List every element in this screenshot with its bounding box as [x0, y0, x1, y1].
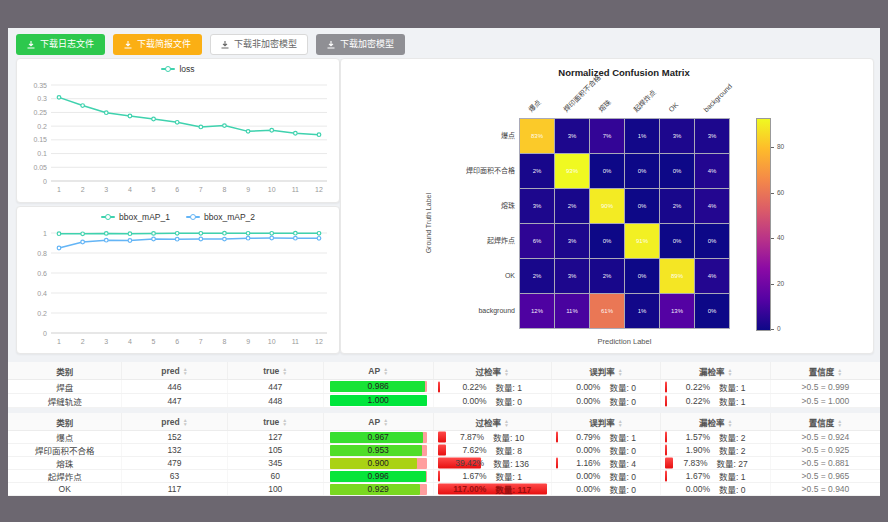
- svg-text:0: 0: [43, 330, 47, 337]
- column-header-sortable[interactable]: 置信度▲▼: [770, 413, 880, 431]
- sort-icon[interactable]: ▲▼: [618, 419, 623, 427]
- colorbar-tick: [771, 284, 774, 285]
- matrix-cell: 0%: [660, 224, 694, 258]
- matrix-cell: 2%: [590, 259, 624, 293]
- legend-item[interactable]: loss: [161, 64, 194, 74]
- matrix-cell: 0%: [695, 224, 729, 258]
- rate-cell: 0.22%数量: 1: [665, 394, 766, 407]
- class-name-cell: 起焊炸点: [8, 470, 122, 483]
- legend-item[interactable]: bbox_mAP_2: [186, 212, 255, 222]
- download-encrypted-model-button[interactable]: 下载加密模型: [316, 34, 405, 55]
- pred-count-cell: 132: [122, 444, 227, 457]
- sort-icon[interactable]: ▲▼: [383, 418, 388, 426]
- true-count-cell: 105: [227, 444, 323, 457]
- column-header-sortable[interactable]: 过检率▲▼: [433, 413, 551, 431]
- rate-count: 数量: 136: [493, 457, 529, 469]
- download-icon: [124, 41, 132, 49]
- column-header-label: 过检率: [475, 418, 501, 428]
- matrix-column-label: OK: [667, 100, 681, 114]
- rate-value: 0.00%: [576, 396, 600, 406]
- sort-icon[interactable]: ▲▼: [383, 367, 388, 375]
- sort-icon[interactable]: ▲▼: [618, 368, 623, 376]
- svg-text:2: 2: [81, 338, 85, 345]
- sort-icon[interactable]: ▲▼: [282, 418, 287, 426]
- rate-count: 数量: 0: [609, 444, 635, 456]
- confidence-value: >0.5 = 1.000: [802, 396, 850, 406]
- rate-value: 7.87%: [460, 432, 484, 442]
- header-row: 类别pred▲▼true▲▼AP▲▼过检率▲▼误判率▲▼漏检率▲▼置信度▲▼: [8, 362, 880, 380]
- summary-metrics-table: 类别pred▲▼true▲▼AP▲▼过检率▲▼误判率▲▼漏检率▲▼置信度▲▼焊盘…: [8, 362, 880, 408]
- class-name-cell: 焊盘: [8, 380, 122, 394]
- sort-icon[interactable]: ▲▼: [282, 367, 287, 375]
- colorbar-tick: [771, 238, 774, 239]
- rate-bar: [665, 471, 667, 482]
- class-name-cell: 熔珠: [8, 457, 122, 470]
- toolbar: 下载日志文件 下载简报文件 下载非加密模型 下载加密模型: [16, 34, 405, 55]
- svg-text:0.2: 0.2: [37, 123, 47, 130]
- rate-cell: 0.00%数量: 0: [556, 380, 657, 393]
- column-header-sortable[interactable]: 误判率▲▼: [551, 362, 661, 380]
- colorbar-tick: [771, 147, 774, 148]
- column-header-sortable[interactable]: 置信度▲▼: [770, 362, 880, 380]
- svg-text:0.1: 0.1: [37, 150, 47, 157]
- rate-bar: [665, 381, 667, 392]
- column-header-sortable[interactable]: pred▲▼: [122, 413, 227, 431]
- legend-marker-icon: [186, 216, 200, 218]
- confusion-matrix-card: Normalized Confusion Matrix 83%3%7%1%3%3…: [340, 58, 874, 354]
- metrics-table: 类别pred▲▼true▲▼AP▲▼过检率▲▼误判率▲▼漏检率▲▼置信度▲▼爆点…: [8, 413, 880, 496]
- rate-value: 0.22%: [686, 396, 710, 406]
- rate-count: 数量: 0: [609, 381, 635, 393]
- column-header-label: 漏检率: [699, 418, 725, 428]
- sort-icon[interactable]: ▲▼: [837, 419, 842, 427]
- column-header-sortable[interactable]: pred▲▼: [122, 362, 227, 380]
- column-header-sortable[interactable]: 误判率▲▼: [551, 413, 661, 431]
- matrix-cell: 2%: [520, 154, 554, 188]
- legend-marker-icon: [161, 68, 175, 70]
- column-header-sortable[interactable]: true▲▼: [227, 362, 323, 380]
- column-header-sortable[interactable]: 漏检率▲▼: [661, 362, 771, 380]
- column-header-sortable[interactable]: AP▲▼: [323, 362, 433, 380]
- column-header-sortable[interactable]: AP▲▼: [323, 413, 433, 431]
- rate-cell: 1.90%数量: 2: [665, 444, 766, 456]
- sort-icon[interactable]: ▲▼: [183, 367, 188, 375]
- pred-count-cell: 446: [122, 380, 227, 394]
- matrix-column-label: 起焊炸点: [632, 88, 658, 114]
- rate-bar: [438, 381, 440, 392]
- svg-text:10: 10: [268, 338, 276, 345]
- legend-item[interactable]: bbox_mAP_1: [101, 212, 170, 222]
- column-header-sortable[interactable]: true▲▼: [227, 413, 323, 431]
- sort-icon[interactable]: ▲▼: [504, 368, 509, 376]
- svg-text:5: 5: [152, 338, 156, 345]
- rate-cell: 0.22%数量: 1: [665, 380, 766, 393]
- table-row: 焊盘4464470.9860.22%数量: 10.00%数量: 00.22%数量…: [8, 380, 880, 394]
- column-header-static: 类别: [8, 413, 122, 431]
- matrix-cell: 91%: [625, 224, 659, 258]
- colorbar-tick: [771, 329, 774, 330]
- svg-text:7: 7: [199, 186, 203, 193]
- rate-value: 0.00%: [686, 484, 710, 494]
- sort-icon[interactable]: ▲▼: [727, 419, 732, 427]
- misjudge-rate-cell: 0.00%数量: 0: [551, 394, 661, 408]
- true-count-cell: 60: [227, 470, 323, 483]
- rate-count: 数量: 0: [495, 395, 521, 407]
- sort-icon[interactable]: ▲▼: [837, 368, 842, 376]
- matrix-cell: 7%: [590, 119, 624, 153]
- sort-icon[interactable]: ▲▼: [504, 419, 509, 427]
- pred-count-cell: 479: [122, 457, 227, 470]
- sort-icon[interactable]: ▲▼: [727, 368, 732, 376]
- colorbar-tick-label: 40: [777, 234, 784, 241]
- svg-text:0.6: 0.6: [37, 270, 47, 277]
- overdetect-rate-cell: 1.67%数量: 1: [433, 470, 551, 483]
- column-header-sortable[interactable]: 过检率▲▼: [433, 362, 551, 380]
- column-header-sortable[interactable]: 漏检率▲▼: [661, 413, 771, 431]
- rate-bar: [438, 445, 446, 456]
- download-log-button[interactable]: 下载日志文件: [16, 34, 105, 55]
- rate-count: 数量: 1: [719, 470, 745, 482]
- download-unencrypted-model-button[interactable]: 下载非加密模型: [210, 34, 308, 55]
- rate-value: 0.22%: [462, 382, 486, 392]
- sort-icon[interactable]: ▲▼: [183, 418, 188, 426]
- svg-text:12: 12: [315, 338, 323, 345]
- rate-count: 数量: 8: [495, 444, 521, 456]
- download-report-button[interactable]: 下载简报文件: [113, 34, 202, 55]
- rate-bar: [665, 432, 667, 443]
